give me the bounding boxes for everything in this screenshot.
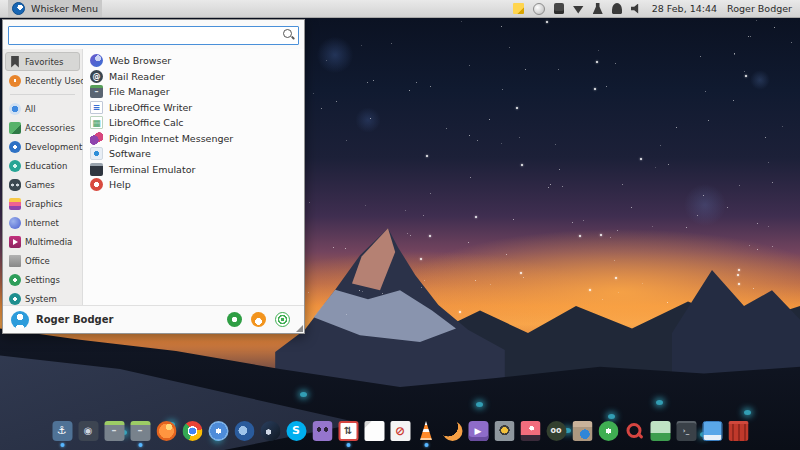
volume-icon[interactable] [631, 4, 642, 14]
category-internet[interactable]: Internet [5, 213, 80, 232]
dock-item-vlc[interactable] [416, 420, 437, 441]
dock-item-file-drawer-2[interactable]: – [130, 420, 151, 441]
whisker-menu-button[interactable]: Whisker Menu [8, 0, 102, 17]
category-graphics[interactable]: Graphics [5, 194, 80, 213]
dock-item-thunderbird[interactable] [234, 420, 255, 441]
dock-item-file-drawer-1[interactable]: – [104, 420, 125, 441]
category-multimedia[interactable]: Multimedia [5, 232, 80, 251]
star [589, 289, 591, 291]
all-icon [9, 103, 21, 115]
category-games[interactable]: Games [5, 175, 80, 194]
dock-item-skype[interactable]: S [286, 420, 307, 441]
star [748, 36, 749, 37]
network-globe-icon[interactable] [533, 3, 545, 15]
category-label: Education [25, 161, 67, 171]
dock-item-chrome[interactable] [182, 420, 203, 441]
dock-item-trash[interactable] [728, 420, 749, 441]
dock-item-terminal[interactable]: ›_ [676, 420, 697, 441]
category-office[interactable]: Office [5, 251, 80, 270]
search-input[interactable] [8, 26, 299, 45]
log-out-button[interactable] [275, 312, 290, 327]
lock-screen-button[interactable] [251, 312, 266, 327]
all-settings-button[interactable] [227, 312, 242, 327]
category-favorites[interactable]: Favorites [5, 52, 80, 71]
settings-icon [9, 274, 21, 286]
print-queue-icon[interactable] [593, 3, 603, 14]
app-help[interactable]: Help [86, 177, 301, 193]
system-monitor-icon [650, 421, 670, 441]
dock-item-display-settings[interactable] [702, 420, 723, 441]
star [703, 195, 704, 196]
dock-item-software-installer[interactable] [572, 420, 593, 441]
menu-footer: Roger Bodger [3, 305, 304, 333]
star [617, 230, 618, 231]
dock-item-media-player[interactable]: ▶ [468, 420, 489, 441]
app-software[interactable]: Software [86, 146, 301, 162]
terminal-icon: ›_ [676, 421, 696, 441]
dock-item-firefox[interactable] [156, 420, 177, 441]
dock-item-audio-app[interactable] [494, 420, 515, 441]
app-writer[interactable]: ≡LibreOffice Writer [86, 100, 301, 116]
app-label: Mail Reader [109, 71, 165, 82]
footer-user-name: Roger Bodger [36, 314, 113, 325]
dock-item-system-monitor[interactable] [650, 420, 671, 441]
app-files[interactable]: –File Manager [86, 84, 301, 100]
vlc-icon [416, 421, 436, 441]
slope-light [608, 414, 615, 419]
category-development[interactable]: Development [5, 137, 80, 156]
file-drawer-2-icon: – [130, 421, 150, 441]
panel-clock[interactable]: 28 Feb, 14:44 [652, 3, 717, 14]
dock-item-text-document[interactable] [364, 420, 385, 441]
audio-app-icon [494, 421, 514, 441]
firefox-icon [156, 421, 176, 441]
app-mail[interactable]: @Mail Reader [86, 69, 301, 85]
software-icon [90, 147, 103, 160]
dock-item-chat-app[interactable] [312, 420, 333, 441]
category-recent[interactable]: Recently Used [5, 71, 80, 90]
network-applet-icon[interactable] [573, 6, 584, 14]
dock-item-sync-app[interactable]: ⇅ [338, 420, 359, 441]
star [509, 47, 510, 48]
category-label: Multimedia [25, 237, 72, 247]
panel-user-menu[interactable]: Roger Bodger [727, 3, 792, 14]
dock-item-steam[interactable] [260, 420, 281, 441]
notifications-icon[interactable] [612, 3, 622, 14]
dock-item-settings-tool[interactable] [598, 420, 619, 441]
resize-grip[interactable] [296, 325, 303, 332]
dock-item-owl-app[interactable]: oo [546, 420, 567, 441]
category-accessories[interactable]: Accessories [5, 118, 80, 137]
star [655, 167, 656, 168]
category-label: Internet [25, 218, 59, 228]
category-settings[interactable]: Settings [5, 270, 80, 289]
dock-item-crescent-app[interactable] [442, 420, 463, 441]
star [391, 43, 392, 44]
dock-item-plank-anchor[interactable]: ⚓ [52, 420, 73, 441]
star [559, 169, 560, 170]
star [757, 223, 758, 224]
dock-item-chromium[interactable] [208, 420, 229, 441]
dock-item-file-search[interactable] [624, 420, 645, 441]
dock-item-screenshot-tool[interactable]: ◉ [78, 420, 99, 441]
star [610, 237, 611, 238]
app-pidgin[interactable]: Pidgin Internet Messenger [86, 131, 301, 147]
chat-app-icon [312, 421, 332, 441]
category-education[interactable]: Education [5, 156, 80, 175]
app-label: LibreOffice Writer [109, 102, 192, 113]
sticky-note-icon[interactable] [513, 3, 524, 14]
dock-item-music-app[interactable] [520, 420, 541, 441]
star [618, 292, 619, 293]
app-calc[interactable]: ▦LibreOffice Calc [86, 115, 301, 131]
dock-item-restricted-document[interactable]: ⊘ [390, 420, 411, 441]
star [470, 177, 471, 178]
category-all[interactable]: All [5, 99, 80, 118]
app-label: LibreOffice Calc [109, 117, 184, 128]
music-app-icon [520, 421, 540, 441]
status-indicator-icon[interactable] [554, 3, 564, 14]
star [490, 284, 491, 285]
text-document-icon [364, 421, 384, 441]
app-terminal[interactable]: Terminal Emulator [86, 162, 301, 178]
chrome-icon [182, 421, 202, 441]
top-panel: Whisker Menu 28 Feb, 14:44 Roger Bodger [0, 0, 800, 18]
media-player-icon: ▶ [468, 421, 488, 441]
app-web[interactable]: Web Browser [86, 53, 301, 69]
